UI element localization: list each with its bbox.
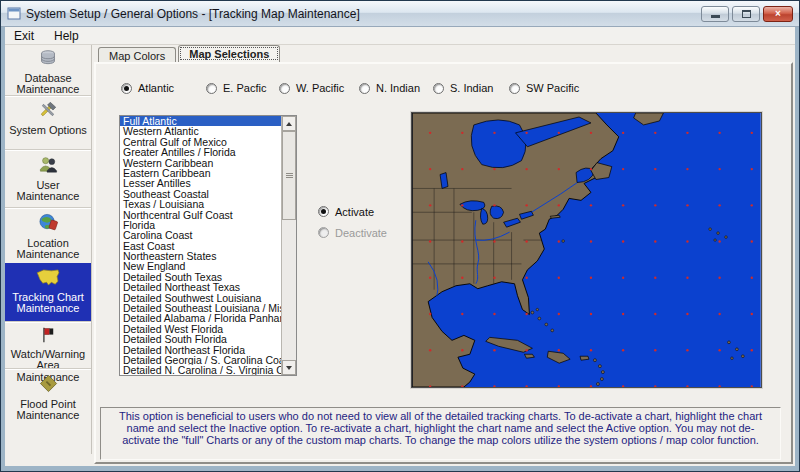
list-scrollbar[interactable] [281,116,296,375]
radio-label: Deactivate [335,227,393,239]
list-item[interactable]: Western Caribbean [120,158,281,168]
radio-activate[interactable]: Activate [318,206,374,218]
sidebar-item-label: Database Maintenance [5,73,91,96]
radio-s-indian[interactable]: S. Indian [433,82,493,94]
radio-label: SW Pacific [526,82,579,94]
list-item[interactable]: Texas / Louisiana [120,199,281,209]
list-item[interactable]: Lesser Antilles [120,178,281,188]
list-item[interactable]: Carolina Coast [120,230,281,240]
app-icon [7,7,21,20]
list-item[interactable]: Detailed West Florida [120,324,281,334]
scroll-thumb[interactable] [282,131,296,220]
list-item[interactable]: Full Atlantic [120,116,281,126]
list-item[interactable]: Greater Antilles / Florida [120,147,281,157]
scroll-down-button[interactable] [282,360,296,375]
tab-map-selections[interactable]: Map Selections [178,45,280,62]
users-icon [38,154,59,178]
app-window: System Setup / General Options - [Tracki… [0,0,800,472]
radio-atlantic[interactable]: Atlantic [121,82,174,94]
sidebar-item-label: System Options [7,125,89,137]
window-title: System Setup / General Options - [Tracki… [26,7,701,21]
radio-deactivate[interactable]: Deactivate [318,227,393,239]
list-item[interactable]: Central Gulf of Mexico [120,137,281,147]
radio-sw-pacific[interactable]: SW Pacific [509,82,579,94]
sidebar: Database Maintenance System Options User… [5,45,92,454]
sidebar-item-tracking-chart-maintenance[interactable]: Tracking Chart Maintenance [5,263,91,321]
radio-dot-icon [318,206,329,217]
radio-label: S. Indian [450,82,493,94]
radio-dot-icon [206,83,217,94]
radio-dot-icon [318,227,329,238]
radio-e-pacific[interactable]: E. Pacfic [206,82,266,94]
list-item[interactable]: Detailed Northeast Texas [120,282,281,292]
work-area: Database Maintenance System Options User… [5,45,795,466]
list-item[interactable]: Northcentral Gulf Coast [120,210,281,220]
list-item[interactable]: Eastern Caribbean [120,168,281,178]
radio-label: Atlantic [138,82,174,94]
radio-dot-icon [279,83,290,94]
radio-dot-icon [433,83,444,94]
arrow-down-icon [286,366,292,370]
chart-listbox: Full AtlanticWestern AtlanticCentral Gul… [119,115,297,376]
radio-dot-icon [121,83,132,94]
scroll-up-button[interactable] [282,116,296,131]
chart-list: Full AtlanticWestern AtlanticCentral Gul… [120,116,281,375]
sidebar-item-label: Flood Point Maintenance [5,399,91,422]
sidebar-item-label: Location Maintenance [5,238,91,261]
sidebar-item-database-maintenance[interactable]: Database Maintenance [5,45,91,95]
sidebar-item-location-maintenance[interactable]: Location Maintenance [5,207,91,263]
list-item[interactable]: Western Atlantic [120,126,281,136]
minimize-button[interactable] [701,6,729,22]
list-item[interactable]: Florida [120,220,281,230]
atlantic-map-preview [411,112,762,388]
arrow-up-icon [286,122,292,126]
list-item[interactable]: Northeastern States [120,251,281,261]
close-icon: × [775,8,781,19]
map-selections-panel: Atlantic E. Pacfic W. Pacific N. Indian … [94,62,793,464]
menu-help[interactable]: Help [54,29,79,43]
maximize-icon [742,10,751,18]
basin-radio-group: Atlantic E. Pacfic W. Pacific N. Indian … [96,82,791,96]
radio-dot-icon [359,83,370,94]
list-item[interactable]: Detailed Alabama / Florida Panhandle [120,313,281,323]
sidebar-item-system-options[interactable]: System Options [5,95,91,149]
description-panel: This option is beneficial to users who d… [100,407,781,460]
radio-label: N. Indian [376,82,420,94]
list-item[interactable]: New England [120,261,281,271]
list-item[interactable]: East Coast [120,241,281,251]
radio-label: E. Pacfic [223,82,266,94]
list-item[interactable]: Detailed Southeast Louisiana / Mississip… [120,303,281,313]
sidebar-item-watch-warning-area-maintenance[interactable]: Watch/Warning Area Maintenance [5,321,91,368]
main-panel: Map Colors Map Selections Atlantic E. Pa… [92,45,795,466]
map-image [412,113,761,387]
list-item[interactable]: Detailed Southwest Louisiana [120,293,281,303]
flag-icon [39,326,57,347]
description-text: This option is beneficial to users who d… [111,411,770,446]
sidebar-item-flood-point-maintenance[interactable]: Flood Point Maintenance [5,368,91,425]
radio-dot-icon [509,83,520,94]
tab-map-colors[interactable]: Map Colors [98,47,176,62]
menu-exit[interactable]: Exit [14,29,34,43]
list-item[interactable]: Detailed Northeast Florida [120,345,281,355]
tools-icon [38,100,58,123]
maximize-button[interactable] [732,6,760,22]
title-bar: System Setup / General Options - [Tracki… [1,1,799,27]
radio-n-indian[interactable]: N. Indian [359,82,420,94]
list-item[interactable]: Detailed N. Carolina / S. Virginia Coast [120,365,281,375]
list-item[interactable]: Detailed South Florida [120,334,281,344]
globe-book-icon [38,212,59,236]
database-icon [38,49,58,71]
close-button[interactable]: × [763,6,793,22]
radio-w-pacific[interactable]: W. Pacific [279,82,344,94]
list-item[interactable]: Detailed South Texas [120,272,281,282]
list-item[interactable]: Detailed Georgia / S. Carolina Coast [120,355,281,365]
minimize-icon [711,15,720,18]
radio-label: Activate [335,206,374,218]
sidebar-item-label: Tracking Chart Maintenance [5,292,91,315]
sidebar-item-label: User Maintenance [5,180,91,203]
menu-bar: Exit Help [5,27,795,45]
warning-diamond-icon [38,373,59,397]
list-item[interactable]: Southeast Coastal [120,189,281,199]
us-map-icon [36,268,61,290]
sidebar-item-user-maintenance[interactable]: User Maintenance [5,149,91,207]
